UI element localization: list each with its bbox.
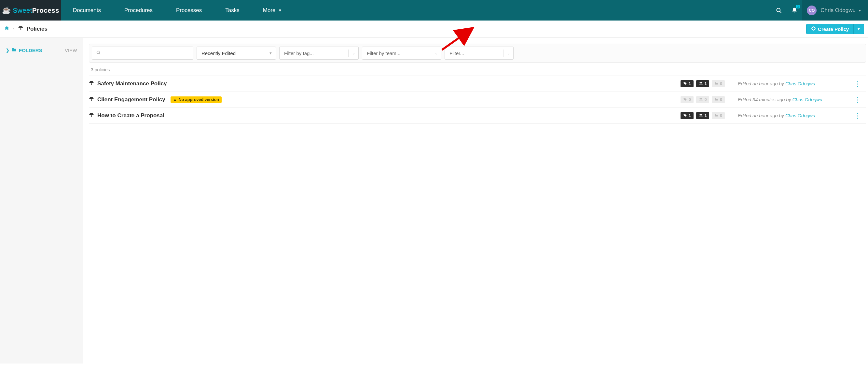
edited-by: Edited an hour ago by Chris Odogwu [738,113,832,118]
umbrella-icon [89,81,94,87]
filter-tag-select[interactable]: Filter by tag... ⌄ [279,47,359,60]
teams-icon [699,97,703,102]
create-policy-label: Create Policy [818,26,849,32]
sort-select[interactable]: Recently Edited ▼ [196,47,276,60]
nav-tasks[interactable]: Tasks [214,0,251,21]
row-badges: 1 1 0 [681,80,725,87]
row-title-group: Client Engagement Policy ▲ No approved v… [89,96,222,103]
tags-badge[interactable]: 1 [681,112,693,119]
tags-badge[interactable]: 1 [681,80,693,87]
svg-line-4 [99,53,100,54]
row-menu-icon[interactable]: ⋮ [852,112,863,119]
search-input[interactable] [92,47,193,60]
folders-badge[interactable]: 0 [712,96,725,103]
nav-processes[interactable]: Processes [164,0,214,21]
author-link[interactable]: Chris Odogwu [785,113,815,118]
edited-by: Edited an hour ago by Chris Odogwu [738,81,832,86]
teams-count: 1 [705,81,707,86]
svg-point-7 [700,98,701,99]
tag-icon [683,81,687,86]
warning-icon: ▲ [173,97,177,102]
nav-more[interactable]: More ▼ [251,0,294,21]
brand-logo[interactable]: ☕ SweetProcess [0,0,61,21]
filter-tag-placeholder: Filter by tag... [284,51,314,56]
policy-title[interactable]: Client Engagement Policy [97,96,165,103]
folder-icon [714,81,718,86]
body: ❯ FOLDERS VIEW Recently Edited ▼ Filter … [0,38,868,364]
create-policy-group: Create Policy ▼ [806,24,864,34]
chevron-down-icon: ▼ [857,27,861,31]
user-name: Chris Odogwu [820,7,856,14]
umbrella-icon [89,96,94,103]
notifications-badge: 2 [796,5,800,8]
tags-badge[interactable]: 0 [681,96,693,103]
plus-circle-icon [811,26,816,32]
author-link[interactable]: Chris Odogwu [793,97,823,102]
tags-count: 1 [689,81,691,86]
row-title-group: How to Create a Proposal [89,112,164,119]
user-menu[interactable]: CO Chris Odogwu ▾ [802,0,868,21]
policy-row: How to Create a Proposal 1 1 0 Edited an… [89,108,866,124]
warning-badge: ▲ No approved version [170,96,222,103]
filter-team-placeholder: Filter by team... [367,51,400,56]
svg-point-6 [701,82,702,83]
folders-badge[interactable]: 0 [712,112,725,119]
breadcrumb-separator: › [13,26,14,32]
chevron-down-icon: ⌄ [507,51,510,55]
row-menu-icon[interactable]: ⋮ [852,80,863,88]
teams-icon [699,81,703,86]
create-policy-button[interactable]: Create Policy [806,24,854,34]
main-nav: Documents Procedures Processes Tasks Mor… [61,0,293,21]
notifications-icon[interactable]: 2 [787,0,802,21]
warning-label: No approved version [179,97,219,102]
teams-badge[interactable]: 1 [696,80,710,87]
tags-count: 0 [689,97,691,102]
nav-documents[interactable]: Documents [61,0,113,21]
svg-point-5 [700,82,701,83]
policy-title[interactable]: Safety Maintenance Policy [97,81,167,87]
folders-label: FOLDERS [19,48,42,53]
umbrella-icon [18,25,24,33]
nav-more-label: More [263,7,276,14]
folders-count: 0 [720,113,722,118]
chevron-down-icon: ⌄ [352,51,355,55]
folders-count: 0 [720,97,722,102]
chevron-down-icon: ▼ [269,51,272,55]
main-column: Recently Edited ▼ Filter by tag... ⌄ Fil… [83,38,868,124]
search-icon [96,50,101,56]
home-icon[interactable] [4,25,10,33]
teams-count: 0 [705,97,707,102]
view-toggle[interactable]: VIEW [65,48,77,53]
policy-row: Client Engagement Policy ▲ No approved v… [89,92,866,108]
sidebar: ❯ FOLDERS VIEW [0,38,83,364]
policy-list: Safety Maintenance Policy 1 1 0 Edited a… [89,76,866,124]
filter-other-select[interactable]: Filter... ⌄ [444,47,514,60]
folders-badge[interactable]: 0 [712,80,725,87]
svg-point-8 [701,98,702,99]
search-icon[interactable] [771,0,787,21]
filter-team-select[interactable]: Filter by team... ⌄ [362,47,441,60]
edited-prefix: Edited an hour ago by [738,113,785,118]
brand-left: Sweet [13,6,32,14]
folder-icon [11,47,17,54]
create-policy-dropdown[interactable]: ▼ [854,24,864,34]
folders-toggle[interactable]: ❯ FOLDERS [6,47,42,54]
page-title: Policies [27,26,48,32]
folder-icon [714,113,718,118]
teams-badge[interactable]: 1 [696,112,710,119]
nav-spacer [293,0,771,21]
svg-point-9 [700,114,701,115]
brand-right: Process [32,6,59,14]
row-badges: 1 1 0 [681,112,725,119]
folders-row: ❯ FOLDERS VIEW [6,47,77,54]
row-menu-icon[interactable]: ⋮ [852,96,863,104]
cup-icon: ☕ [2,7,11,14]
teams-badge[interactable]: 0 [696,96,710,103]
svg-line-1 [780,11,781,12]
nav-procedures[interactable]: Procedures [113,0,164,21]
row-badges: 0 0 0 [681,96,725,103]
author-link[interactable]: Chris Odogwu [785,81,815,86]
teams-count: 1 [705,113,707,118]
policy-title[interactable]: How to Create a Proposal [97,112,164,119]
result-count: 3 policies [89,62,866,76]
